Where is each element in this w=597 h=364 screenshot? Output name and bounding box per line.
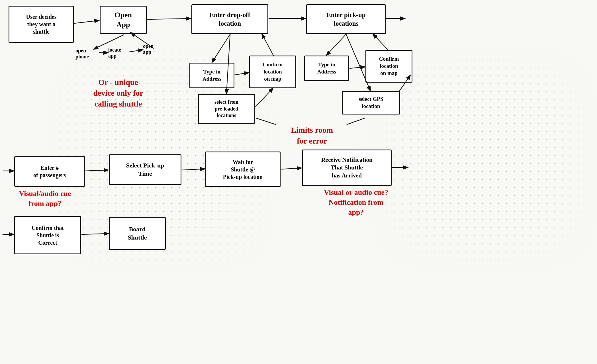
box-enter-dropoff: Enter drop-offlocation <box>191 4 268 34</box>
svg-line-23 <box>281 168 301 169</box>
svg-line-12 <box>255 88 273 107</box>
box-type-address-2: Type inAddress <box>304 56 349 81</box>
label-locate-app: locateapp <box>108 47 121 59</box>
svg-line-19 <box>347 118 365 124</box>
box-type-address-1: Type inAddress <box>189 63 234 88</box>
label-open-app-small: openapp <box>143 43 154 55</box>
box-confirm-location-2: Confirmlocationon map <box>365 50 412 83</box>
annotation-limits-room: Limits roomfor error <box>276 125 347 146</box>
svg-line-22 <box>182 169 205 170</box>
svg-line-15 <box>373 34 388 50</box>
label-open-phone: openphone <box>75 48 89 60</box>
box-user-decides: User decidesthey want ashuttle <box>9 6 74 43</box>
svg-line-14 <box>350 67 365 68</box>
svg-line-18 <box>256 118 276 124</box>
annotation-visual-audio-2: Visual or audio cue?Notification fromapp… <box>308 187 404 217</box>
svg-line-1 <box>147 19 190 19</box>
arrows-overlay <box>0 0 597 364</box>
svg-line-8 <box>212 34 230 62</box>
box-enter-passengers: Enter #of passengers <box>14 156 85 187</box>
box-board-shuttle: BoardShuttle <box>109 217 166 250</box>
svg-line-5 <box>130 50 142 52</box>
svg-line-0 <box>74 21 99 23</box>
box-select-preloaded: select frompre-loadedlocations <box>198 94 255 124</box>
diagram-container: User decidesthey want ashuttle OpenApp E… <box>0 0 597 364</box>
annotation-or-unique-device: Or - uniquedevice only forcalling shuttl… <box>80 77 157 109</box>
box-confirm-location-1: Confirmlocationon map <box>249 56 296 88</box>
svg-line-9 <box>235 73 248 75</box>
box-wait-shuttle: Wait forShuttle @Pick-up location <box>205 152 281 187</box>
box-receive-notification: Receive NotificationThat Shuttlehas Arri… <box>302 150 392 186</box>
annotation-visual-audio-1: Visual/audio cuefrom app? <box>5 189 85 208</box>
box-confirm-shuttle: Confirm thatShuttle isCorrect <box>14 216 81 254</box>
box-open-app: OpenApp <box>100 6 147 34</box>
box-select-gps: select GPSlocation <box>342 91 400 114</box>
svg-line-26 <box>82 234 108 234</box>
svg-line-21 <box>85 170 108 171</box>
box-enter-pickup: Enter pick-uplocations <box>306 4 386 34</box>
box-select-pickup-time: Select Pick-upTime <box>109 154 181 185</box>
svg-line-13 <box>327 34 346 55</box>
svg-line-11 <box>262 34 273 56</box>
